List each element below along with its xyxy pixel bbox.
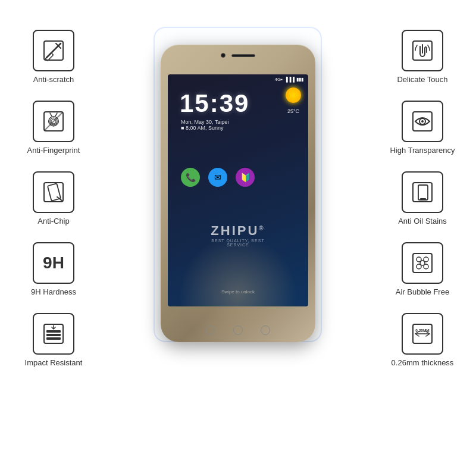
phone-bottom-nav xyxy=(206,325,270,335)
anti-scratch-icon-box xyxy=(33,30,74,71)
anti-scratch-label: Anti-scratch xyxy=(33,75,74,84)
feature-impact-resistant: Impact Resistant xyxy=(25,313,83,367)
svg-rect-18 xyxy=(420,198,426,199)
signal-bars: ▐▐▐ xyxy=(284,77,295,82)
feature-air-bubble: Air Bubble Free xyxy=(396,242,449,296)
transparency-icon-box xyxy=(402,101,443,142)
svg-point-15 xyxy=(421,120,424,123)
svg-line-5 xyxy=(45,113,62,130)
anti-fingerprint-icon-box xyxy=(33,101,74,142)
anti-chip-label: Anti-Chip xyxy=(37,217,69,226)
sun-icon xyxy=(286,87,301,103)
feature-anti-oil: Anti Oil Stains xyxy=(398,171,447,226)
svg-text:0.26MM: 0.26MM xyxy=(415,328,429,333)
mail-app-icon: ✉ xyxy=(208,168,227,187)
time-display: 15:39 xyxy=(173,84,256,118)
phone-body: 4G▪ ▐▐▐ ▮▮▮ 15:39 Mon, May 30, Taipei ■ … xyxy=(161,45,315,342)
feature-anti-fingerprint: Anti-Fingerprint xyxy=(27,101,80,155)
screen-content: 4G▪ ▐▐▐ ▮▮▮ 15:39 Mon, May 30, Taipei ■ … xyxy=(168,74,308,306)
delicate-touch-label: Delicate Touch xyxy=(397,75,447,84)
scratch-icon xyxy=(40,37,67,64)
air-bubble-label: Air Bubble Free xyxy=(396,287,449,296)
eye-icon xyxy=(409,108,436,134)
svg-rect-10 xyxy=(46,334,61,336)
bubble-icon xyxy=(409,250,436,276)
front-camera xyxy=(221,53,226,58)
network-status: 4G▪ xyxy=(274,77,283,82)
main-container: Anti-scratch Anti-Fingerprint xyxy=(0,0,476,476)
app-icons-row: 📞 ✉ 🔰 xyxy=(168,132,308,187)
impact-resistant-label: Impact Resistant xyxy=(25,358,83,367)
weather-widget: 25°C xyxy=(286,87,301,115)
svg-point-24 xyxy=(420,261,425,265)
brand-tagline: BEST QUALITY, BEST SERVICE xyxy=(203,239,273,247)
shield-app-icon: 🔰 xyxy=(236,168,255,187)
svg-rect-19 xyxy=(413,253,432,273)
temperature: 25°C xyxy=(287,108,299,114)
nav-recent xyxy=(261,325,270,335)
speaker xyxy=(231,54,255,57)
thickness-icon: 0.26MM xyxy=(409,321,436,347)
date-display: Mon, May 30, Taipei ■ 8:00 AM, Sunny xyxy=(173,118,256,132)
touch-icon-box xyxy=(402,30,443,71)
chip-icon xyxy=(40,179,67,205)
nav-back xyxy=(206,325,215,335)
impact-icon xyxy=(40,321,67,347)
battery: ▮▮▮ xyxy=(296,77,303,82)
feature-high-transparency: High Transparency xyxy=(390,101,455,155)
9h-text: 9H xyxy=(43,253,64,273)
feature-anti-chip: Anti-Chip xyxy=(33,171,74,226)
touch-icon xyxy=(409,37,436,64)
svg-rect-11 xyxy=(46,337,61,340)
svg-rect-17 xyxy=(418,185,428,200)
nav-home xyxy=(233,325,243,335)
thickness-icon-box: 0.26MM xyxy=(402,313,443,355)
feature-9h-hardness: 9H 9H Hardness xyxy=(31,242,76,296)
anti-oil-label: Anti Oil Stains xyxy=(398,217,447,226)
impact-icon-box xyxy=(33,313,74,355)
phone-screen: 4G▪ ▐▐▐ ▮▮▮ 15:39 Mon, May 30, Taipei ■ … xyxy=(168,74,308,306)
left-features: Anti-scratch Anti-Fingerprint xyxy=(6,30,101,367)
swipe-text: Swipe to unlock xyxy=(221,289,255,295)
right-features: Delicate Touch High Transparency xyxy=(375,30,470,367)
feature-delicate-touch: Delicate Touch xyxy=(397,30,447,84)
svg-rect-9 xyxy=(46,330,61,333)
thickness-label: 0.26mm thickness xyxy=(392,358,454,367)
high-transparency-label: High Transparency xyxy=(390,146,455,155)
anti-fingerprint-label: Anti-Fingerprint xyxy=(27,146,80,155)
oil-icon xyxy=(409,179,436,205)
oil-icon-box xyxy=(402,171,443,213)
9h-hardness-label: 9H Hardness xyxy=(31,287,76,296)
zhipu-watermark: ZHIPU® BEST QUALITY, BEST SERVICE xyxy=(203,223,273,247)
phone-app-icon: 📞 xyxy=(181,168,200,187)
anti-chip-icon-box xyxy=(33,171,74,213)
fingerprint-icon xyxy=(40,108,67,134)
phone-area: 4G▪ ▐▐▐ ▮▮▮ 15:39 Mon, May 30, Taipei ■ … xyxy=(143,15,333,461)
9h-icon-box: 9H xyxy=(33,242,74,284)
status-bar: 4G▪ ▐▐▐ ▮▮▮ xyxy=(168,74,308,82)
feature-anti-scratch: Anti-scratch xyxy=(33,30,74,84)
feature-thickness: 0.26MM 0.26mm thickness xyxy=(392,313,454,367)
bubble-icon-box xyxy=(402,242,443,284)
brand-name: ZHIPU® xyxy=(203,223,273,239)
phone-top-area xyxy=(221,53,255,58)
